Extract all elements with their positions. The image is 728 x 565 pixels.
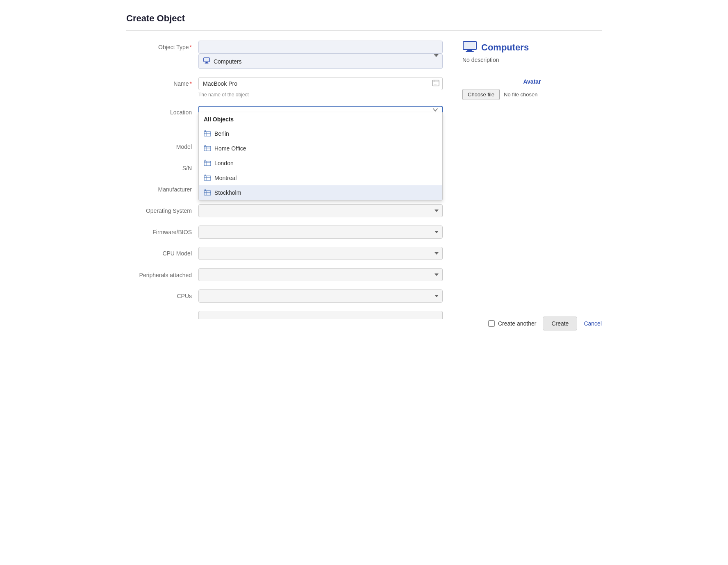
- info-divider: [462, 70, 602, 70]
- name-input-wrapper: [198, 77, 443, 90]
- name-control-wrapper: The name of the object: [198, 77, 443, 98]
- name-row: Name*: [126, 77, 443, 98]
- os-control-wrapper: [198, 204, 443, 217]
- no-file-text: No file chosen: [504, 91, 537, 98]
- svg-rect-17: [204, 191, 211, 195]
- firmware-select[interactable]: [198, 226, 443, 239]
- stockholm-location-icon: [204, 189, 211, 196]
- firmware-control-wrapper: [198, 226, 443, 239]
- os-label: Operating System: [126, 204, 192, 214]
- svg-rect-22: [466, 51, 474, 52]
- svg-rect-21: [467, 50, 472, 51]
- svg-rect-3: [204, 58, 209, 61]
- info-section: Computers No description Avatar Choose f…: [462, 41, 602, 327]
- object-type-wrapper: Computers: [198, 41, 443, 69]
- london-label: London: [214, 160, 234, 166]
- computer-icon-small: [203, 57, 210, 66]
- stockholm-label: Stockholm: [214, 189, 241, 196]
- cpus-select[interactable]: [198, 289, 443, 303]
- dialog-footer: Create another Create Cancel: [488, 317, 602, 330]
- object-type-label: Object Type*: [126, 41, 192, 50]
- svg-rect-0: [204, 58, 209, 62]
- all-objects-label: All Objects: [204, 116, 234, 123]
- home-office-location-icon: [204, 145, 211, 152]
- extra-control-wrapper: [198, 311, 443, 319]
- cpus-label: CPUs: [126, 289, 192, 299]
- svg-rect-1: [205, 62, 207, 63]
- location-option-london[interactable]: London: [199, 156, 442, 171]
- svg-rect-15: [204, 176, 211, 180]
- name-hint: The name of the object: [198, 92, 443, 98]
- cpus-row: CPUs: [126, 289, 443, 303]
- svg-rect-20: [464, 42, 475, 49]
- create-another-checkbox[interactable]: [488, 320, 495, 327]
- dialog-body: Object Type*: [126, 41, 602, 327]
- location-wrapper: All Objects: [198, 106, 443, 112]
- cancel-button[interactable]: Cancel: [584, 320, 602, 327]
- sn-label: S/N: [126, 162, 192, 171]
- object-type-display: Computers: [214, 58, 241, 65]
- avatar-section: Avatar Choose file No file chosen: [462, 78, 602, 100]
- os-row: Operating System: [126, 204, 443, 217]
- choose-file-button[interactable]: Choose file: [462, 89, 500, 100]
- location-dropdown: All Objects: [198, 112, 443, 200]
- create-button[interactable]: Create: [543, 317, 577, 330]
- info-panel-title: Computers: [481, 42, 529, 53]
- location-label: Location: [126, 106, 192, 116]
- info-header: Computers: [462, 41, 602, 54]
- firmware-row: Firmware/BIOS: [126, 226, 443, 239]
- computer-icon-large: [462, 41, 477, 54]
- cpu-model-select[interactable]: [198, 247, 443, 260]
- extra-label: [126, 311, 192, 314]
- location-row: Location All Objects: [126, 106, 443, 116]
- object-type-select[interactable]: [198, 41, 443, 54]
- svg-rect-9: [204, 132, 211, 136]
- cpu-model-row: CPU Model: [126, 247, 443, 260]
- os-select[interactable]: [198, 204, 443, 217]
- svg-rect-13: [204, 161, 211, 166]
- peripherals-select[interactable]: [198, 268, 443, 281]
- firmware-label: Firmware/BIOS: [126, 226, 192, 235]
- info-description: No description: [462, 57, 602, 63]
- form-section: Object Type*: [126, 41, 443, 327]
- name-icon: [432, 80, 439, 88]
- model-label: Model: [126, 140, 192, 150]
- peripherals-row: Peripherals attached: [126, 268, 443, 281]
- london-location-icon: [204, 159, 211, 167]
- create-another-wrapper: Create another: [488, 320, 536, 327]
- file-input-row: Choose file No file chosen: [462, 89, 602, 100]
- name-label: Name*: [126, 77, 192, 87]
- location-option-home-office[interactable]: Home Office: [199, 141, 442, 156]
- extra-input[interactable]: [198, 311, 443, 319]
- montreal-label: Montreal: [214, 175, 237, 181]
- location-option-stockholm[interactable]: Stockholm: [199, 185, 442, 200]
- peripherals-control-wrapper: [198, 268, 443, 281]
- home-office-label: Home Office: [214, 145, 246, 152]
- location-chevron-icon: [433, 106, 438, 113]
- cpus-control-wrapper: [198, 289, 443, 303]
- dialog-title: Create Object: [126, 13, 602, 31]
- extra-row: [126, 311, 443, 319]
- location-option-montreal[interactable]: Montreal: [199, 171, 442, 185]
- manufacturer-label: Manufacturer: [126, 183, 192, 193]
- svg-rect-11: [204, 146, 211, 151]
- berlin-label: Berlin: [214, 130, 229, 137]
- cpu-model-label: CPU Model: [126, 247, 192, 257]
- berlin-location-icon: [204, 130, 211, 137]
- location-option-berlin[interactable]: Berlin: [199, 126, 442, 141]
- cpu-model-control-wrapper: [198, 247, 443, 260]
- svg-rect-2: [205, 63, 209, 63]
- name-input[interactable]: [198, 77, 443, 90]
- montreal-location-icon: [204, 174, 211, 182]
- avatar-label: Avatar: [462, 78, 602, 85]
- peripherals-label: Peripherals attached: [126, 268, 192, 279]
- create-another-label[interactable]: Create another: [498, 320, 536, 327]
- object-type-row: Object Type*: [126, 41, 443, 69]
- location-option-all[interactable]: All Objects: [199, 112, 442, 126]
- create-object-dialog: Create Object Object Type*: [110, 0, 618, 340]
